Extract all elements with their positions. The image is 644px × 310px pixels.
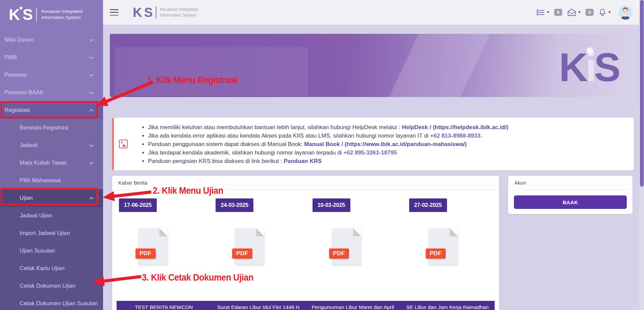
news-title-link[interactable]: TEST BERITA NEWCDN xyxy=(117,301,211,310)
pdf-page xyxy=(139,228,168,265)
pdf-page xyxy=(429,228,458,265)
panduan-krs-link[interactable]: Panduan KRS xyxy=(284,158,322,164)
notice-bullet: Jika terdapat kendala akademik, silahkan… xyxy=(148,148,509,157)
news-item: 10-03-2025 PDF xyxy=(306,198,402,265)
it-phone-number: +62 813-8988-8933. xyxy=(430,133,482,139)
baak-button[interactable]: BAAK xyxy=(514,195,627,209)
help-notice-box: Jika memiliki keluhan atau membutuhkan b… xyxy=(112,118,634,170)
sidebar-item-jadwal[interactable]: Jadwal xyxy=(0,137,103,154)
pdf-page xyxy=(332,228,361,265)
caret-down-icon xyxy=(608,11,611,13)
academic-phone-number: +62 895-3263-18795 xyxy=(343,149,397,156)
banner-kiis-logo: KiS xyxy=(559,47,619,87)
caret-down-icon xyxy=(578,11,581,13)
sidebar-item-cetak-dokumen-ujian[interactable]: Cetak Dokumen Ujian xyxy=(0,277,103,295)
kabar-berita-card: Kabar Berita 17-06-2025 PDF 24-03-2025 P… xyxy=(112,176,499,310)
chevron-down-icon xyxy=(89,72,94,77)
sidebar-item-registrasi[interactable]: Registrasi xyxy=(0,101,103,119)
sidebar-item-pilih-mahasiswa[interactable]: Pilih Mahasiswa xyxy=(0,172,103,189)
sidebar-menu: Nilai Dosen PMB Presensi Presensi BAAK R… xyxy=(0,31,103,310)
pdf-file-icon[interactable]: PDF xyxy=(235,228,264,265)
chevron-down-icon xyxy=(89,143,94,147)
logo-divider xyxy=(156,6,156,19)
akun-card: Akun BAAK xyxy=(508,176,633,214)
task-list-icon xyxy=(536,9,545,16)
notification-count-badge: 0 xyxy=(586,9,594,16)
sidebar-item-import-jadwal-ujian[interactable]: Import Jadwal Ujian xyxy=(0,224,103,242)
bell-icon xyxy=(598,8,606,17)
news-title-link[interactable]: Surat Edaran Libur Idul Fitri 1446 H xyxy=(211,301,306,310)
manual-book-link[interactable]: Manual Book / (https://www.ibik.ac.id/pa… xyxy=(304,141,467,147)
scrollbar-thumb[interactable] xyxy=(640,0,644,187)
avatar-image xyxy=(618,5,633,20)
kiis-dashboard: { "app": { "logo": { "k": "K", "i": "i",… xyxy=(0,0,644,310)
top-bar: KiS Kesatuan Integrated Information Syst… xyxy=(103,0,644,25)
notice-bullet: Jika memiliki keluhan atau membutuhkan b… xyxy=(148,123,509,132)
sidebar-item-presensi[interactable]: Presensi xyxy=(0,66,103,84)
envelope-icon xyxy=(567,8,576,17)
header-actions: 0 0 xyxy=(535,5,633,20)
notice-bullet: Panduan pengisian KRS bisa diakses di li… xyxy=(148,157,509,165)
chevron-down-icon xyxy=(89,55,94,59)
sidebar-logo: KiS Kesatuan Integrated Information Syst… xyxy=(0,0,103,22)
sidebar-item-pmb[interactable]: PMB xyxy=(0,49,103,66)
sidebar-item-cetak-dokumen-ujian-susulan[interactable]: Cetak Dokumen Ujian Susulan xyxy=(0,295,103,310)
chevron-up-icon xyxy=(89,109,94,113)
news-item: 17-06-2025 PDF xyxy=(112,198,209,265)
chevron-down-icon xyxy=(89,160,94,165)
news-columns: 17-06-2025 PDF 24-03-2025 PDF 10-03-2025… xyxy=(112,190,499,265)
notice-bullet-list: Jika memiliki keluhan atau membutuhkan b… xyxy=(142,123,509,165)
caret-down-icon xyxy=(547,11,549,13)
logo-divider xyxy=(36,7,37,22)
news-title-link[interactable]: SE Libur dan Jam Kerja Ramadhan xyxy=(400,301,495,310)
pdf-file-icon[interactable]: PDF xyxy=(332,228,361,265)
sidebar: KiS Kesatuan Integrated Information Syst… xyxy=(0,0,103,310)
chevron-down-icon xyxy=(89,37,94,42)
news-date-badge[interactable]: 10-03-2025 xyxy=(313,198,350,212)
notifications-dropdown-button[interactable] xyxy=(597,7,612,18)
news-item: 24-03-2025 PDF xyxy=(209,198,305,265)
pdf-file-icon[interactable]: PDF xyxy=(429,228,458,265)
sidebar-item-cetak-kartu-ujian[interactable]: Cetak Kartu Ujian xyxy=(0,260,103,277)
messages-dropdown-button[interactable] xyxy=(566,7,582,18)
chevron-up-icon xyxy=(89,197,94,201)
sidebar-item-nilai-dosen[interactable]: Nilai Dosen xyxy=(0,31,103,49)
sidebar-item-presensi-baak[interactable]: Presensi BAAK xyxy=(0,84,103,101)
chevron-down-icon xyxy=(89,90,94,94)
news-date-badge[interactable]: 27-02-2025 xyxy=(409,198,447,212)
header-logo-subtitle: Kesatuan Integrated Information System xyxy=(160,7,198,18)
sidebar-item-ujian[interactable]: Ujian xyxy=(0,189,103,207)
message-count-badge: 0 xyxy=(554,9,562,16)
news-title-band: TEST BERITA NEWCDN Surat Edaran Libur Id… xyxy=(117,301,495,310)
news-title-link[interactable]: Pengumuman Libur Maret dan April xyxy=(306,301,400,310)
kiis-logo: KiS xyxy=(9,7,32,22)
notice-bullet: Jika ada kendala error aplikasi atau ken… xyxy=(148,132,509,140)
news-item: 27-02-2025 PDF xyxy=(402,198,499,265)
sidebar-item-mata-kuliah-tawar[interactable]: Mata Kuliah Tawar xyxy=(0,154,103,172)
sidebar-item-ujian-susulan[interactable]: Ujian Susulan xyxy=(0,242,103,260)
sidebar-logo-subtitle: Kesatuan Integrated Information System xyxy=(41,8,82,20)
kiis-logo: KiS xyxy=(133,6,152,19)
task-list-dropdown-button[interactable] xyxy=(535,7,551,18)
welcome-banner: KiS xyxy=(110,34,634,97)
sidebar-item-beranda-registrasi[interactable]: Beranda Registrasi xyxy=(0,119,103,137)
user-avatar[interactable] xyxy=(618,5,633,20)
notice-image-icon xyxy=(119,140,128,148)
pdf-file-icon[interactable]: PDF xyxy=(139,228,168,265)
header-logo: KiS Kesatuan Integrated Information Syst… xyxy=(133,6,198,19)
helpdesk-link[interactable]: HelpDesk / (https://helpdesk.ibik.ac.id/… xyxy=(402,124,509,130)
news-date-badge[interactable]: 24-03-2025 xyxy=(216,198,253,212)
hamburger-menu-icon[interactable] xyxy=(110,9,119,16)
pdf-page xyxy=(235,228,264,265)
news-date-badge[interactable]: 17-06-2025 xyxy=(119,198,157,212)
akun-header: Akun xyxy=(508,176,633,190)
notice-bullet: Panduan penggunaan sistem dapat diakses … xyxy=(148,140,509,148)
akun-body: BAAK xyxy=(508,190,633,214)
sidebar-item-jadwal-ujian[interactable]: Jadwal Ujian xyxy=(0,207,103,224)
page-scrollbar xyxy=(639,0,644,310)
kabar-berita-header: Kabar Berita xyxy=(112,176,499,190)
